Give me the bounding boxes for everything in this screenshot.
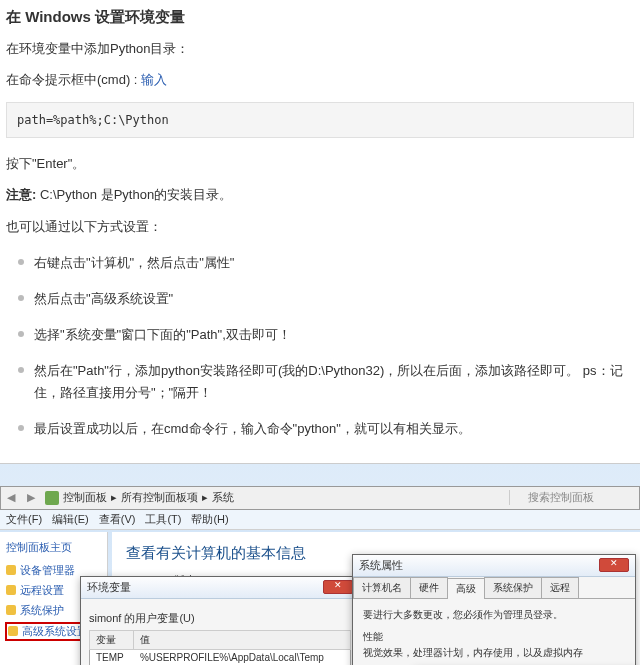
window-title: 环境变量 [87, 580, 131, 595]
close-icon[interactable] [599, 558, 629, 572]
menu-file[interactable]: 文件(F) [6, 512, 42, 527]
address-bar[interactable]: ◀ ▶ 控制面板 ▸ 所有控制面板项 ▸ 系统 搜索控制面板 [0, 486, 640, 510]
menu-edit[interactable]: 编辑(E) [52, 512, 89, 527]
screenshot-region: ◀ ▶ 控制面板 ▸ 所有控制面板项 ▸ 系统 搜索控制面板 文件(F) 编辑(… [0, 463, 640, 665]
shield-icon [6, 585, 16, 595]
env-variables-window: 环境变量 simonf 的用户变量(U) 变量值 TEMP%USERPROFIL… [80, 576, 360, 665]
back-icon[interactable]: ◀ [1, 491, 21, 504]
window-title: 系统属性 [359, 558, 403, 573]
system-properties-window: 系统属性 计算机名 硬件 高级 系统保护 远程 要进行大多数更改，您必须作为管理… [352, 554, 636, 665]
breadcrumb[interactable]: 控制面板 ▸ 所有控制面板项 ▸ 系统 [41, 490, 509, 505]
user-vars-label: simonf 的用户变量(U) [89, 611, 351, 626]
tab-remote[interactable]: 远程 [541, 577, 579, 598]
para-3: 按下"Enter"。 [6, 152, 634, 175]
tab-hardware[interactable]: 硬件 [410, 577, 448, 598]
para-5: 也可以通过以下方式设置： [6, 215, 634, 238]
article-heading: 在 Windows 设置环境变量 [6, 8, 634, 27]
menu-bar[interactable]: 文件(F) 编辑(E) 查看(V) 工具(T) 帮助(H) [0, 510, 640, 530]
fwd-icon[interactable]: ▶ [21, 491, 41, 504]
search-input[interactable]: 搜索控制面板 [509, 490, 639, 505]
tab-advanced[interactable]: 高级 [447, 578, 485, 599]
sidebar-title: 控制面板主页 [6, 540, 101, 555]
step-item: 最后设置成功以后，在cmd命令行，输入命令"python"，就可以有相关显示。 [16, 418, 634, 440]
admin-note: 要进行大多数更改，您必须作为管理员登录。 [363, 607, 625, 623]
step-item: 右键点击"计算机"，然后点击"属性" [16, 252, 634, 274]
step-item: 然后在"Path"行，添加python安装路径即可(我的D:\Python32)… [16, 360, 634, 404]
para-4: 注意: C:\Python 是Python的安装目录。 [6, 183, 634, 206]
menu-view[interactable]: 查看(V) [99, 512, 136, 527]
perf-desc: 视觉效果，处理器计划，内存使用，以及虚拟内存 [363, 645, 625, 661]
perf-group-label: 性能 [363, 629, 625, 645]
user-vars-table[interactable]: 变量值 TEMP%USERPROFILE%\AppData\Local\Temp… [89, 630, 351, 665]
shield-icon [6, 565, 16, 575]
code-block: path=%path%;C:\Python [6, 102, 634, 138]
para-1: 在环境变量中添加Python目录： [6, 37, 634, 60]
step-item: 然后点击"高级系统设置" [16, 288, 634, 310]
tab-computer-name[interactable]: 计算机名 [353, 577, 411, 598]
para-2: 在命令提示框中(cmd) : 输入 [6, 68, 634, 91]
control-panel-icon [45, 491, 59, 505]
menu-help[interactable]: 帮助(H) [191, 512, 228, 527]
table-row: TEMP%USERPROFILE%\AppData\Local\Temp [90, 649, 351, 665]
shield-icon [8, 626, 18, 636]
menu-tools[interactable]: 工具(T) [145, 512, 181, 527]
step-item: 选择"系统变量"窗口下面的"Path",双击即可！ [16, 324, 634, 346]
tab-protection[interactable]: 系统保护 [484, 577, 542, 598]
shield-icon [6, 605, 16, 615]
close-icon[interactable] [323, 580, 353, 594]
